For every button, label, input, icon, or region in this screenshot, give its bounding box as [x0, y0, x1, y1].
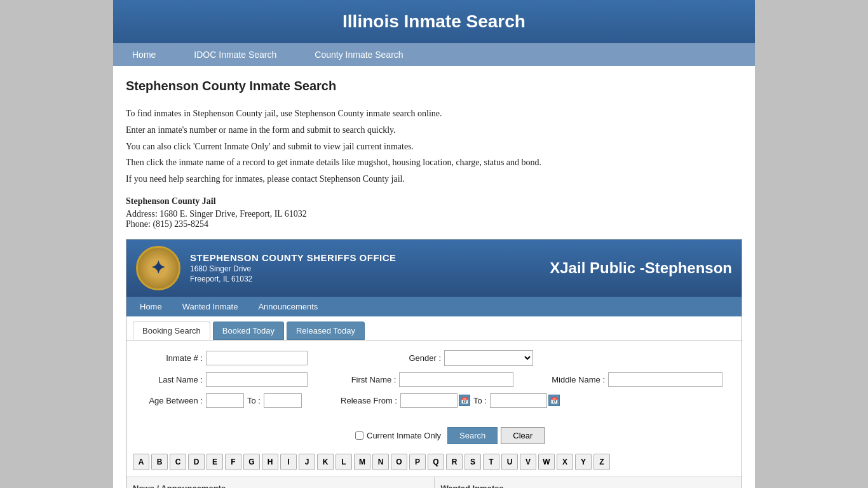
alpha-bar: ABCDEFGHIJKLMNOPQRSTUVWXYZ: [126, 451, 742, 477]
page-heading: Stephenson County Inmate Search: [126, 79, 742, 93]
alpha-btn-h[interactable]: H: [262, 454, 278, 470]
tab-booking-search[interactable]: Booking Search: [133, 322, 210, 340]
alpha-btn-x[interactable]: X: [557, 454, 573, 470]
alpha-btn-e[interactable]: E: [207, 454, 223, 470]
current-inmate-label[interactable]: Current Inmate Only: [367, 431, 441, 440]
intro-line-1: To find inmates in Stephenson County jai…: [126, 106, 742, 121]
age-to-input[interactable]: [264, 393, 302, 408]
alpha-btn-g[interactable]: G: [243, 454, 260, 470]
frame-nav: Home Wanted Inmate Announcements: [126, 297, 742, 316]
office-addr1: 1680 Singer Drive: [190, 264, 397, 273]
intro-text: To find inmates in Stephenson County jai…: [126, 106, 742, 187]
alpha-btn-j[interactable]: J: [299, 454, 315, 470]
jail-phone: Phone: (815) 235-8254: [126, 219, 742, 229]
frame-nav-home[interactable]: Home: [130, 297, 172, 316]
alpha-btn-f[interactable]: F: [225, 454, 241, 470]
middlename-label: Middle Name :: [529, 375, 605, 384]
bottom-sections: News / Announcements Wanted Inmates: [126, 477, 742, 488]
form-row-2: Last Name : First Name : Middle Name :: [133, 372, 735, 387]
intro-line-3: You can also click 'Current Inmate Only'…: [126, 139, 742, 154]
wanted-section-label: Wanted Inmates: [435, 477, 742, 488]
alpha-btn-p[interactable]: P: [409, 454, 426, 470]
alpha-btn-k[interactable]: K: [317, 454, 334, 470]
middlename-input[interactable]: [608, 372, 722, 387]
inmate-input[interactable]: [206, 351, 308, 365]
firstname-cell: First Name :: [326, 372, 513, 387]
tab-released-today[interactable]: Released Today: [287, 322, 365, 340]
alpha-btn-n[interactable]: N: [372, 454, 389, 470]
current-inmate-checkbox[interactable]: [355, 431, 363, 440]
middlename-cell: Middle Name :: [529, 372, 722, 387]
office-name: STEPHENSON COUNTY SHERIFFS OFFICE: [190, 252, 397, 263]
lastname-label: Last Name :: [133, 375, 203, 384]
alpha-btn-t[interactable]: T: [483, 454, 499, 470]
firstname-input[interactable]: [399, 372, 513, 387]
intro-line-5: If you need help searching for inmates, …: [126, 172, 742, 187]
lastname-cell: Last Name :: [133, 372, 308, 387]
age-from-input[interactable]: [206, 393, 244, 408]
nav-item-idoc[interactable]: IDOC Inmate Search: [175, 43, 295, 66]
form-row-3: Age Between : To : Release From : 📅 To :…: [133, 393, 735, 408]
tab-bar: Booking Search Booked Today Released Tod…: [126, 316, 742, 341]
jail-info: Stephenson County Jail Address: 1680 E. …: [126, 196, 742, 229]
alpha-btn-a[interactable]: A: [133, 454, 149, 470]
inmate-cell: Inmate # :: [133, 351, 308, 365]
nav-item-county[interactable]: County Inmate Search: [295, 43, 422, 66]
nav-item-home[interactable]: Home: [113, 43, 175, 66]
alpha-btn-r[interactable]: R: [446, 454, 463, 470]
frame-nav-wanted[interactable]: Wanted Inmate: [172, 297, 248, 316]
intro-line-4: Then click the inmate name of a record t…: [126, 155, 742, 170]
release-to-input[interactable]: [490, 393, 547, 408]
release-from-label: Release From :: [327, 396, 397, 405]
alpha-btn-o[interactable]: O: [391, 454, 407, 470]
gender-cell: Gender : Male Female Unknown: [371, 350, 533, 366]
release-to-cal-icon[interactable]: 📅: [548, 395, 560, 406]
alpha-btn-q[interactable]: Q: [428, 454, 444, 470]
alpha-btn-y[interactable]: Y: [575, 454, 592, 470]
age-to-label: To :: [247, 396, 261, 405]
inmate-label: Inmate # :: [133, 353, 203, 363]
office-addr2: Freeport, IL 61032: [190, 274, 397, 283]
alpha-btn-w[interactable]: W: [538, 454, 555, 470]
sheriff-badge: ✦: [136, 246, 180, 290]
alpha-btn-d[interactable]: D: [188, 454, 205, 470]
site-title: Illinois Inmate Search: [342, 11, 526, 31]
release-to-label: To :: [473, 396, 487, 405]
alpha-btn-v[interactable]: V: [520, 454, 536, 470]
top-nav: Home IDOC Inmate Search County Inmate Se…: [113, 43, 755, 66]
badge-star: ✦: [151, 259, 165, 277]
firstname-label: First Name :: [326, 375, 396, 384]
alpha-btn-c[interactable]: C: [170, 454, 186, 470]
frame-nav-announce[interactable]: Announcements: [248, 297, 328, 316]
alpha-btn-s[interactable]: S: [465, 454, 481, 470]
intro-line-2: Enter an inmate's number or name in the …: [126, 123, 742, 138]
xjail-frame: ✦ STEPHENSON COUNTY SHERIFFS OFFICE 1680…: [126, 239, 742, 488]
page-wrapper: Illinois Inmate Search Home IDOC Inmate …: [113, 0, 755, 488]
alpha-btn-l[interactable]: L: [336, 454, 352, 470]
office-info: STEPHENSON COUNTY SHERIFFS OFFICE 1680 S…: [190, 252, 397, 283]
lastname-input[interactable]: [206, 372, 308, 387]
age-between-label: Age Between :: [133, 396, 203, 405]
xjail-header: ✦ STEPHENSON COUNTY SHERIFFS OFFICE 1680…: [126, 240, 742, 297]
gender-select[interactable]: Male Female Unknown: [444, 350, 533, 366]
jail-name: Stephenson County Jail: [126, 196, 742, 207]
jail-address: Address: 1680 E. Singer Drive, Freeport,…: [126, 209, 742, 219]
age-cell: Age Between : To :: [133, 393, 302, 408]
alpha-btn-b[interactable]: B: [151, 454, 168, 470]
site-header: Illinois Inmate Search: [113, 0, 755, 43]
release-from-cal-icon[interactable]: 📅: [459, 395, 470, 406]
search-form: Inmate # : Gender : Male Female Unknown: [126, 341, 742, 424]
clear-button[interactable]: Clear: [501, 427, 545, 444]
tab-booked-today[interactable]: Booked Today: [213, 322, 284, 340]
current-inmate-check: Current Inmate Only: [355, 431, 441, 440]
search-button[interactable]: Search: [447, 427, 498, 444]
release-from-input[interactable]: [400, 393, 458, 408]
gender-label: Gender :: [371, 353, 441, 363]
form-row-1: Inmate # : Gender : Male Female Unknown: [133, 350, 735, 366]
alpha-btn-i[interactable]: I: [280, 454, 297, 470]
alpha-btn-z[interactable]: Z: [593, 454, 610, 470]
alpha-btn-m[interactable]: M: [354, 454, 370, 470]
bottom-controls: Current Inmate Only Search Clear: [126, 424, 742, 451]
alpha-btn-u[interactable]: U: [501, 454, 518, 470]
news-section-label: News / Announcements: [126, 477, 435, 488]
